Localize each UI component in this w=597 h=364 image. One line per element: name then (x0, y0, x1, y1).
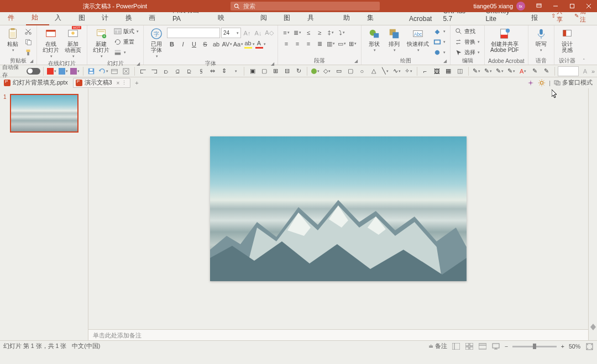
bring-front[interactable]: ▣ (247, 66, 258, 76)
dec-indent-button[interactable]: ≤ (303, 28, 313, 38)
online-slides-button[interactable]: 在线 幻灯片▾ (40, 27, 61, 60)
align-center-obj[interactable]: ⫎ (149, 66, 160, 76)
align-top-obj[interactable]: ⫑ (172, 66, 183, 76)
decrease-font-button[interactable]: A↓ (253, 28, 263, 38)
highlighter1[interactable]: ✎▾ (472, 66, 482, 76)
strike-button[interactable]: S (200, 39, 210, 49)
format-painter-button[interactable] (23, 48, 33, 57)
highlighter4[interactable]: ✎▾ (506, 66, 517, 76)
dialog-launcher-icon[interactable]: ◢ (137, 61, 140, 66)
pic-tool3[interactable]: ◫ (455, 66, 465, 76)
shapes-button[interactable]: 形状▾ (365, 27, 384, 54)
justify-button[interactable]: ≣ (315, 39, 324, 49)
ungroup-obj[interactable]: ⊟ (282, 66, 292, 76)
arrange-button[interactable]: 排列▾ (385, 27, 404, 54)
increase-font-button[interactable]: A↑ (242, 28, 252, 38)
eyedropper1[interactable]: ✎ (530, 66, 540, 76)
zoom-slider[interactable] (512, 346, 557, 347)
slideshow-view-button[interactable] (491, 342, 500, 351)
new-slide-button[interactable]: + 新建 幻灯片▾ (91, 27, 112, 60)
new-anim-page-button[interactable]: HOT 新加 动画页▾ (62, 27, 83, 60)
qat-x-button[interactable] (121, 66, 132, 76)
undo-button[interactable]: ▾ (98, 66, 108, 76)
replace-button[interactable]: 替换▾ (454, 37, 481, 46)
language-indicator[interactable]: 中文(中国) (72, 342, 100, 350)
thumbnail-pane[interactable]: 1 (0, 88, 88, 340)
bold-button[interactable]: B (167, 39, 177, 49)
bullets-button[interactable]: ≡▾ (281, 28, 291, 38)
used-fonts-button[interactable]: 字 已用 字体▾ (147, 27, 166, 60)
font-name-combo[interactable] (167, 28, 220, 38)
save-button[interactable] (86, 66, 97, 76)
close-button[interactable] (580, 0, 597, 12)
account-area[interactable]: tiange05 xiang tx (473, 2, 525, 10)
spacing-button[interactable]: AV▾ (222, 39, 232, 49)
align-center-button[interactable]: ≡ (292, 39, 302, 49)
round-rect-shape[interactable]: ▢ (345, 66, 355, 76)
cut-button[interactable] (23, 27, 33, 36)
case-button[interactable]: Aa▾ (233, 39, 243, 49)
notes-pane[interactable]: 单击此处添加备注 (88, 329, 588, 340)
line-spacing-button[interactable]: ‡▾ (326, 28, 336, 38)
paste-button[interactable]: 粘贴▾ (3, 27, 22, 54)
minimize-button[interactable] (547, 0, 564, 12)
rotate-obj[interactable]: ↻ (294, 66, 304, 76)
zoom-level[interactable]: 50% (569, 343, 580, 350)
dialog-launcher-icon[interactable]: ◢ (443, 59, 447, 64)
inc-indent-button[interactable]: ≥ (315, 28, 324, 38)
slide-thumbnail-1[interactable]: 1 (3, 94, 85, 133)
clear-format-button[interactable]: A◇ (264, 28, 274, 38)
shape-picker[interactable]: ◇▾ (322, 66, 332, 76)
line-shape[interactable]: ╲▾ (380, 66, 390, 76)
zoom-out-button[interactable]: − (505, 343, 508, 350)
notes-toggle[interactable]: ≐ 备注 (428, 342, 447, 350)
find-button[interactable]: 查找 (454, 27, 481, 36)
dialog-launcher-icon[interactable]: ◢ (354, 59, 358, 64)
create-pdf-button[interactable]: 创建并共享 Adobe PDF (488, 27, 521, 54)
freeform-shape[interactable]: ✧▾ (403, 66, 413, 76)
align-right-button[interactable]: ≡ (303, 39, 313, 49)
quick-styles-button[interactable]: Abc快速样式▾ (405, 27, 431, 54)
align-left-button[interactable]: ≡ (281, 39, 291, 49)
shadow-button[interactable]: ab (211, 39, 221, 49)
maximize-button[interactable] (564, 0, 580, 12)
triangle-shape[interactable]: △ (368, 66, 379, 76)
doctab-1[interactable]: 演示文稿3×⋮ (73, 78, 131, 88)
align-left-obj[interactable]: ⫍ (138, 66, 148, 76)
send-back[interactable]: ▢ (259, 66, 269, 76)
shape-outline-button[interactable]: ▾ (432, 37, 447, 46)
more-align[interactable]: ▾ (231, 66, 241, 76)
align-bottom-obj[interactable]: ⫓ (196, 66, 206, 76)
shape-effects-button[interactable]: ▾ (432, 48, 447, 57)
qat-combo[interactable] (558, 66, 579, 76)
highlighter3[interactable]: ✎▾ (495, 66, 505, 76)
pic-tool[interactable]: 🖼 (431, 66, 442, 76)
highlight-button[interactable]: ab▾ (244, 39, 254, 49)
italic-button[interactable]: I (178, 39, 188, 49)
font-size-combo[interactable]: 24▾ (221, 28, 241, 38)
numbering-button[interactable]: ≣▾ (292, 28, 302, 38)
zoom-in-button[interactable]: + (561, 343, 564, 350)
sorter-view-button[interactable] (465, 342, 474, 351)
qat-overflow[interactable]: » (591, 68, 595, 75)
rect-shape[interactable]: ▭ (333, 66, 344, 76)
normal-view-button[interactable] (452, 342, 460, 351)
doctab-0[interactable]: 幻灯片背景填充.pptx (1, 78, 72, 88)
slide-canvas[interactable] (210, 136, 467, 281)
crop-tool[interactable]: ⌐ (420, 66, 430, 76)
align-middle-obj[interactable]: ⫒ (184, 66, 195, 76)
group-obj[interactable]: ⊞ (270, 66, 281, 76)
close-tab-button[interactable]: × (117, 80, 120, 86)
eyedropper2[interactable]: ✎ (541, 66, 552, 76)
qat-color1[interactable]: ▾ (46, 66, 57, 76)
pic-tool2[interactable]: ▦ (443, 66, 454, 76)
multi-window-button[interactable]: 多窗口模式 (554, 79, 593, 87)
reading-view-button[interactable] (478, 342, 487, 351)
qat-color3[interactable]: ▾ (70, 66, 80, 76)
underline-button[interactable]: U (189, 39, 199, 49)
font-inc-qat[interactable]: A (580, 66, 590, 76)
search-box[interactable]: 搜索 (231, 2, 380, 10)
fit-window-button[interactable] (585, 342, 594, 351)
gear-icon[interactable] (538, 79, 546, 87)
dist-horiz[interactable]: ⇔ (207, 66, 218, 76)
